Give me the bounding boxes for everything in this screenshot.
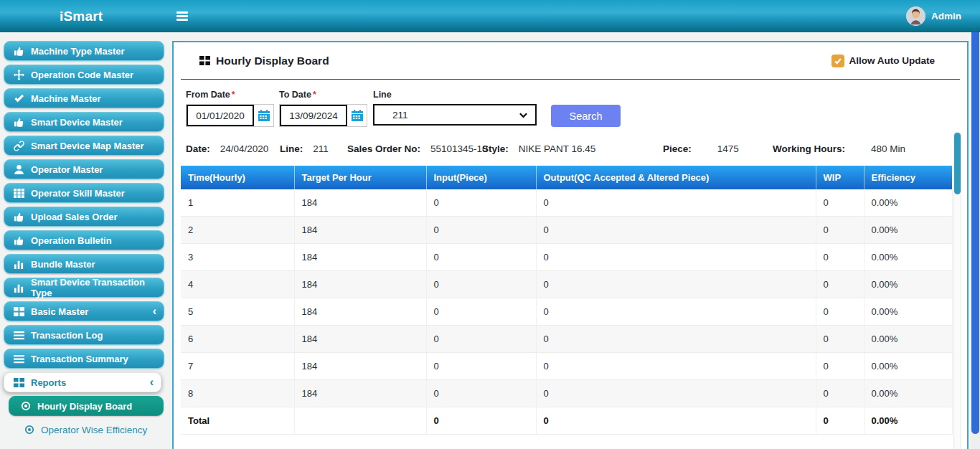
column-header-output-qc-accepted-altered-piece: Output(QC Accepted & Altered Piece) (536, 166, 816, 189)
table-vertical-scrollbar-thumb[interactable] (954, 133, 961, 194)
to-date-calendar-button[interactable] (347, 105, 367, 126)
user-menu[interactable]: Admin (906, 0, 961, 32)
table-row-hour-1: 11840000.00% (181, 189, 952, 217)
sidebar-item-transaction-log[interactable]: Transaction Log (4, 325, 164, 345)
table-cell: 5 (181, 298, 294, 326)
table-cell: 0 (426, 244, 536, 271)
sidebar-item-machine-type-master[interactable]: Machine Type Master (4, 41, 164, 61)
table-cell: 0 (816, 380, 864, 407)
table-cell (294, 407, 426, 435)
page-title: Hourly Display Board (216, 55, 329, 67)
sidebar-item-smart-device-master[interactable]: Smart Device Master (4, 112, 164, 132)
sidebar-item-operation-bulletin[interactable]: Operation Bulletin (4, 230, 164, 250)
sidebar-subitem-operator-wise-efficiency[interactable]: Operator Wise Efficiency (13, 420, 164, 440)
page-scrollbar-thumb[interactable] (971, 0, 979, 434)
table-cell: 0 (536, 271, 816, 298)
allow-auto-update-label: Allow Auto Update (849, 55, 936, 66)
sidebar-item-transaction-summary[interactable]: Transaction Summary (4, 349, 164, 369)
chevron-left-icon: ‹ (150, 377, 154, 388)
check-icon (14, 93, 24, 104)
sidebar-item-smart-device-map-master[interactable]: Smart Device Map Master (4, 136, 164, 156)
page-scrollbar[interactable] (971, 0, 980, 449)
sidebar-item-operator-master[interactable]: Operator Master (4, 159, 164, 179)
table-row-hour-3: 31840000.00% (181, 244, 952, 271)
table-row-hour-2: 21840000.00% (181, 217, 952, 244)
table-row-hour-6: 61840000.00% (181, 326, 952, 353)
thumbs-up-icon (14, 212, 24, 222)
table-cell: 0 (426, 326, 536, 353)
table-cell: 0 (816, 271, 864, 298)
table-cell: 0 (426, 298, 536, 326)
table-cell: 6 (181, 326, 294, 353)
line-select-value: 211 (392, 110, 519, 120)
column-header-time-hourly: Time(Hourly) (181, 166, 294, 189)
calendar-icon (258, 110, 270, 121)
table-cell: 0.00% (864, 189, 952, 217)
user-name: Admin (931, 11, 961, 22)
dot-circle-icon (24, 425, 34, 435)
sidebar-subitem-hourly-display-board[interactable]: Hourly Display Board (9, 396, 164, 416)
table-cell: 3 (181, 244, 294, 271)
to-date-input[interactable] (280, 105, 347, 126)
line-label: Line (373, 90, 537, 100)
sidebar-item-upload-sales-order[interactable]: Upload Sales Order (4, 207, 164, 227)
table-cell: 0 (816, 298, 864, 326)
thumbs-up-icon (14, 46, 24, 57)
table-cell: 0 (426, 189, 536, 217)
table-row-hour-4: 41840000.00% (181, 271, 952, 298)
table-cell: 184 (294, 380, 426, 407)
table-cell: 184 (294, 298, 426, 326)
table-cell: 0 (816, 244, 864, 271)
table-cell: 184 (294, 326, 426, 353)
sidebar-item-basic-master[interactable]: Basic Master‹ (4, 301, 164, 321)
line-select[interactable]: 211 (373, 104, 537, 126)
column-header-input-piece: Input(Piece) (426, 166, 536, 189)
table-cell: 0 (536, 407, 816, 435)
table-cell: 0 (816, 407, 864, 435)
table-vertical-scrollbar[interactable] (953, 132, 961, 449)
thumbs-up-icon (14, 235, 24, 246)
search-button[interactable]: Search (551, 105, 621, 127)
column-header-efficiency: Efficiency (864, 166, 952, 189)
dot-circle-icon (21, 401, 31, 411)
table-cell: 0 (536, 326, 816, 353)
sidebar-item-bundle-master[interactable]: Bundle Master (4, 254, 164, 274)
table-cell: 0 (536, 217, 816, 244)
hamburger-menu-icon[interactable] (176, 11, 188, 21)
table-row-hour-5: 51840000.00% (181, 298, 952, 326)
table-cell: 0 (426, 217, 536, 244)
checkbox-checked-icon[interactable] (831, 55, 844, 67)
app-title: iSmart (60, 9, 103, 24)
table-cell: 0.00% (864, 271, 952, 298)
table-cell: 184 (294, 189, 426, 217)
allow-auto-update-checkbox[interactable]: Allow Auto Update (831, 55, 936, 67)
info-piece: Piece:1475 (663, 143, 739, 154)
column-header-target-per-hour: Target Per Hour (294, 166, 426, 189)
sidebar-item-operation-code-master[interactable]: Operation Code Master (4, 65, 164, 85)
table-cell: 0.00% (864, 217, 952, 244)
arrows-move-icon (14, 70, 24, 80)
sidebar-item-machine-master[interactable]: Machine Master (4, 88, 164, 108)
from-date-input[interactable] (187, 105, 254, 126)
sidebar-item-smart-device-transaction-type[interactable]: Smart Device Transaction Type (4, 278, 164, 298)
table-cell: 0.00% (864, 244, 952, 271)
sidebar: Machine Type MasterOperation Code Master… (0, 32, 171, 449)
required-asterisk: * (313, 90, 316, 100)
table-cell: 0 (426, 271, 536, 298)
sidebar-menu: Machine Type MasterOperation Code Master… (0, 41, 171, 392)
table-row-hour-8: 81840000.00% (181, 380, 952, 407)
from-date-calendar-button[interactable] (254, 105, 273, 126)
sidebar-item-reports[interactable]: Reports‹ (4, 372, 161, 392)
user-icon (14, 164, 24, 175)
grid-icon (199, 55, 210, 66)
to-date-label: To Date* (279, 90, 367, 100)
info-sales-order-no: Sales Order No:55101345-10 (347, 143, 488, 154)
reports-submenu: Hourly Display BoardOperator Wise Effici… (0, 396, 171, 440)
table-header-row: Time(Hourly)Target Per HourInput(Piece)O… (181, 166, 952, 189)
bars-icon (14, 330, 24, 341)
table-cell: 0.00% (864, 407, 952, 435)
sidebar-item-operator-skill-master[interactable]: Operator Skill Master (4, 183, 164, 203)
content-card: Hourly Display Board Allow Auto Update F… (172, 41, 969, 449)
table-cell: 0 (426, 407, 536, 435)
thumbs-up-icon (14, 117, 24, 128)
